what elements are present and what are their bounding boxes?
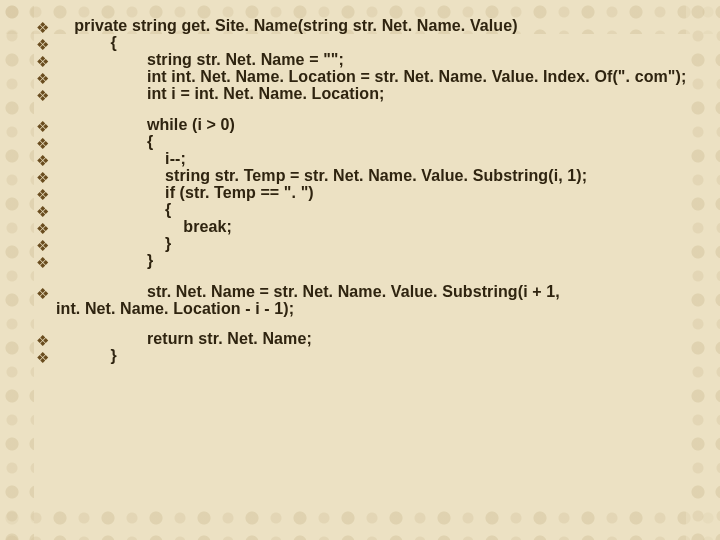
code-line: ❖ str. Net. Name = str. Net. Name. Value…: [36, 284, 684, 301]
slide-content: ❖ private string get. Site. Name(string …: [36, 18, 684, 522]
diamond-bullet-icon: ❖: [36, 35, 56, 52]
code-text: while (i > 0): [56, 117, 684, 133]
code-line: ❖ return str. Net. Name;: [36, 331, 684, 348]
paragraph-gap: [36, 317, 684, 331]
code-text: int. Net. Name. Location - i - 1);: [56, 301, 684, 317]
decorative-border-left: [0, 0, 34, 540]
paragraph-gap: [36, 270, 684, 284]
code-text: }: [56, 236, 684, 252]
code-text: break;: [56, 219, 684, 235]
diamond-bullet-icon: ❖: [36, 219, 56, 236]
diamond-bullet-icon: ❖: [36, 18, 56, 35]
paragraph-gap: [36, 103, 684, 117]
code-text: }: [56, 348, 684, 364]
code-text: {: [56, 134, 684, 150]
decorative-border-right: [686, 0, 720, 540]
code-line: ❖ if (str. Temp == ". "): [36, 185, 684, 202]
diamond-bullet-icon: ❖: [36, 236, 56, 253]
diamond-bullet-icon: ❖: [36, 202, 56, 219]
diamond-bullet-icon: ❖: [36, 69, 56, 86]
code-line: ❖ int int. Net. Name. Location = str. Ne…: [36, 69, 684, 86]
diamond-bullet-icon: ❖: [36, 134, 56, 151]
code-text: str. Net. Name = str. Net. Name. Value. …: [56, 284, 684, 300]
diamond-bullet-icon: ❖: [36, 117, 56, 134]
code-line: ❖ {: [36, 202, 684, 219]
code-text: string str. Temp = str. Net. Name. Value…: [56, 168, 684, 184]
code-line: ❖ while (i > 0): [36, 117, 684, 134]
code-line: ❖ break;: [36, 219, 684, 236]
code-text: int int. Net. Name. Location = str. Net.…: [56, 69, 686, 85]
code-text: i--;: [56, 151, 684, 167]
code-line: int. Net. Name. Location - i - 1);: [36, 301, 684, 317]
code-line: ❖ {: [36, 35, 684, 52]
diamond-bullet-icon: ❖: [36, 348, 56, 365]
code-text: string str. Net. Name = "";: [56, 52, 684, 68]
code-line: ❖ private string get. Site. Name(string …: [36, 18, 684, 35]
diamond-bullet-icon: ❖: [36, 185, 56, 202]
code-line: ❖ }: [36, 348, 684, 365]
code-text: return str. Net. Name;: [56, 331, 684, 347]
code-text: private string get. Site. Name(string st…: [56, 18, 684, 34]
diamond-bullet-icon: [36, 301, 56, 303]
code-text: if (str. Temp == ". "): [56, 185, 684, 201]
code-text: {: [56, 202, 684, 218]
diamond-bullet-icon: ❖: [36, 284, 56, 301]
code-text: int i = int. Net. Name. Location;: [56, 86, 684, 102]
code-line: ❖ string str. Temp = str. Net. Name. Val…: [36, 168, 684, 185]
code-line: ❖ }: [36, 253, 684, 270]
diamond-bullet-icon: ❖: [36, 151, 56, 168]
code-line: ❖ int i = int. Net. Name. Location;: [36, 86, 684, 103]
diamond-bullet-icon: ❖: [36, 52, 56, 69]
code-line: ❖ }: [36, 236, 684, 253]
code-line: ❖ {: [36, 134, 684, 151]
code-text: }: [56, 253, 684, 269]
diamond-bullet-icon: ❖: [36, 86, 56, 103]
diamond-bullet-icon: ❖: [36, 331, 56, 348]
diamond-bullet-icon: ❖: [36, 253, 56, 270]
code-line: ❖ i--;: [36, 151, 684, 168]
code-text: {: [56, 35, 684, 51]
code-line: ❖ string str. Net. Name = "";: [36, 52, 684, 69]
diamond-bullet-icon: ❖: [36, 168, 56, 185]
